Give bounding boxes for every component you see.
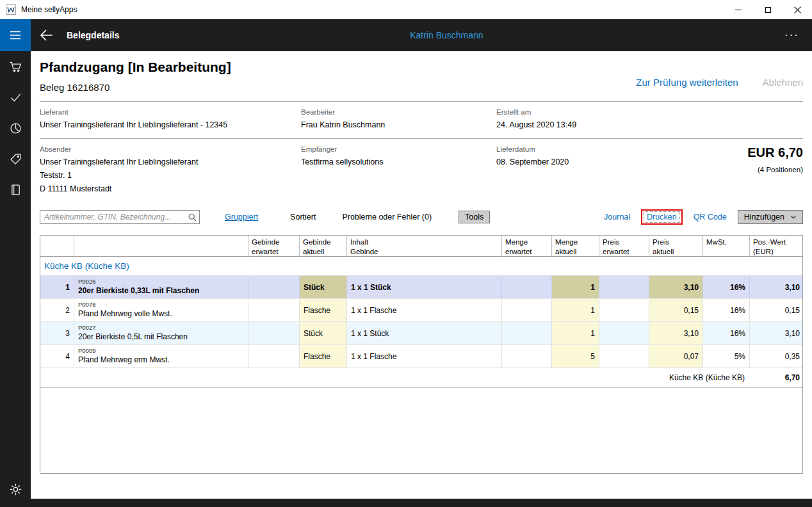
- preis-erwartet-cell: [599, 276, 649, 298]
- article-cell: P0009 Pfand Mehrweg erm Mwst.: [74, 345, 248, 367]
- sidebar-item-tasks[interactable]: [0, 82, 31, 113]
- inhalt-gebinde-cell: 1 x 1 Stück: [347, 322, 502, 344]
- row-number: 3: [40, 322, 74, 344]
- journal-book-icon: [9, 183, 22, 197]
- article-code: P0076: [78, 302, 95, 309]
- forward-for-review-button[interactable]: Zur Prüfung weiterleiten: [636, 77, 738, 88]
- journal-button[interactable]: Journal: [604, 213, 630, 221]
- minimize-button[interactable]: [724, 0, 753, 19]
- article-code: P0027: [78, 325, 95, 332]
- gebinde-erwartet-cell: [248, 299, 300, 321]
- checkmark-icon: [9, 91, 22, 104]
- chevron-down-icon: [790, 214, 797, 220]
- preis-aktuell-cell: 0,07: [649, 345, 703, 367]
- sidebar-item-reports[interactable]: [0, 113, 31, 143]
- gebinde-aktuell-cell: Stück: [300, 322, 347, 344]
- article-code: P0026: [78, 278, 95, 286]
- reject-button[interactable]: Ablehnen: [763, 77, 803, 88]
- article-code: P0009: [78, 348, 95, 355]
- article-name: Pfand Mehrweg erm Mwst.: [78, 355, 170, 364]
- article-cell: P0027 20er Bierkiste 0,5L mit Flaschen: [74, 322, 248, 344]
- document-total: EUR 6,70 (4 Positionen): [747, 145, 803, 173]
- preis-erwartet-cell: [599, 345, 649, 367]
- gebinde-aktuell-cell: Flasche: [300, 299, 347, 321]
- col-header-preis-aktuell: Preis aktuell: [649, 236, 703, 256]
- window-titlebar: Meine sellyApps: [0, 0, 812, 19]
- item-toolbar: Gruppiert Sortiert Probleme oder Fehler …: [40, 209, 803, 225]
- sidebar-item-settings[interactable]: [0, 474, 31, 504]
- sortiert-toggle[interactable]: Sortiert: [290, 213, 316, 221]
- preis-erwartet-cell: [599, 322, 649, 344]
- more-options-button[interactable]: ···: [784, 32, 799, 38]
- gruppiert-toggle[interactable]: Gruppiert: [225, 213, 258, 221]
- bearbeiter-label: Bearbeiter: [301, 108, 385, 116]
- lieferant-label: Lieferant: [40, 108, 227, 116]
- gebinde-erwartet-cell: [248, 345, 300, 367]
- drucken-focus-ring: Drucken: [644, 211, 680, 223]
- preis-aktuell-cell: 3,10: [649, 322, 703, 344]
- maximize-button[interactable]: [753, 0, 783, 19]
- inhalt-gebinde-cell: 1 x 1 Stück: [347, 276, 502, 298]
- menge-erwartet-cell: [502, 322, 552, 344]
- search-input[interactable]: [40, 210, 200, 224]
- hinzufuegen-label: Hinzufügen: [744, 213, 784, 221]
- sidebar-item-journal[interactable]: [0, 174, 31, 205]
- qr-code-button[interactable]: QR Code: [694, 213, 727, 221]
- menge-erwartet-cell: [502, 299, 552, 321]
- col-header-number: [40, 236, 74, 256]
- menge-aktuell-cell: 5: [552, 345, 599, 367]
- article-name: 20er Bierkiste 0,33L mit Flaschen: [78, 286, 199, 295]
- article-cell: P0076 Pfand Mehrweg volle Mwst.: [74, 299, 248, 321]
- col-header-pos-wert: Pos.-Wert (EUR): [750, 236, 804, 256]
- erstellt-am-label: Erstellt am: [496, 108, 576, 116]
- probleme-filter[interactable]: Probleme oder Fehler (0): [342, 213, 432, 221]
- col-header-menge-erwartet: Menge erwartet: [502, 236, 552, 256]
- main-content: Pfandzugang [In Bearbeitung] Beleg 16216…: [31, 51, 812, 499]
- group-total-row: Küche KB (Küche KB) 6,70: [40, 368, 802, 388]
- hinzufuegen-dropdown-button[interactable]: Hinzufügen: [738, 210, 803, 224]
- pie-chart-icon: [9, 122, 22, 135]
- row-number: 1: [40, 276, 74, 298]
- lieferdatum-value: 08. September 2020: [496, 157, 569, 166]
- col-header-gebinde-erwartet: Gebinde erwartet: [248, 236, 300, 256]
- price-tag-icon: [9, 152, 22, 166]
- preis-erwartet-cell: [599, 299, 649, 321]
- preis-aktuell-cell: 3,10: [649, 276, 703, 298]
- sidebar-item-cart[interactable]: [0, 51, 31, 82]
- close-icon: [794, 6, 801, 13]
- info-section-1: Lieferant Unser Trainingslieferant Ihr L…: [40, 102, 803, 138]
- mwst-cell: 16%: [703, 322, 750, 344]
- gebinde-erwartet-cell: [248, 276, 300, 298]
- document-title: Pfandzugang [In Bearbeitung]: [40, 60, 231, 75]
- total-amount: EUR 6,70: [747, 145, 803, 160]
- page-title: Belegdetails: [67, 30, 119, 40]
- tools-button[interactable]: Tools: [459, 211, 490, 223]
- position-count: (4 Positionen): [747, 166, 803, 173]
- col-header-gebinde-aktuell: Gebinde aktuell: [300, 236, 347, 256]
- bearbeiter-value: Frau Katrin Buschmann: [301, 120, 385, 129]
- menge-erwartet-cell: [502, 276, 552, 298]
- drucken-button[interactable]: Drucken: [647, 213, 677, 221]
- close-button[interactable]: [783, 0, 812, 19]
- table-row-2[interactable]: 2 P0076 Pfand Mehrweg volle Mwst. Flasch…: [40, 299, 802, 322]
- article-name: 20er Bierkiste 0,5L mit Flaschen: [78, 332, 188, 341]
- positions-table: Gebinde erwartet Gebinde aktuell Inhalt …: [40, 235, 803, 474]
- empfaenger-label: Empfänger: [301, 145, 384, 153]
- absender-line-1: Unser Trainingslieferant Ihr Lieblingsli…: [40, 157, 198, 166]
- back-button[interactable]: [39, 28, 53, 42]
- hamburger-menu-button[interactable]: [0, 19, 31, 51]
- sidebar-item-articles[interactable]: [0, 143, 31, 174]
- menge-aktuell-cell: 1: [552, 322, 599, 344]
- row-number: 2: [40, 299, 74, 321]
- mwst-cell: 5%: [703, 345, 750, 367]
- pos-wert-cell: 0,15: [750, 299, 804, 321]
- col-header-article: [74, 236, 248, 256]
- row-number: 4: [40, 345, 74, 367]
- table-row-1[interactable]: 1 P0026 20er Bierkiste 0,33L mit Flasche…: [40, 276, 802, 299]
- shopping-cart-icon: [9, 60, 22, 74]
- table-row-3[interactable]: 3 P0027 20er Bierkiste 0,5L mit Flaschen…: [40, 322, 802, 345]
- current-user-link[interactable]: Katrin Buschmann: [410, 30, 483, 40]
- absender-line-3: D 11111 Musterstadt: [40, 184, 198, 193]
- col-header-inhalt-gebinde: Inhalt Gebinde: [347, 236, 502, 256]
- table-row-4[interactable]: 4 P0009 Pfand Mehrweg erm Mwst. Flasche …: [40, 345, 802, 368]
